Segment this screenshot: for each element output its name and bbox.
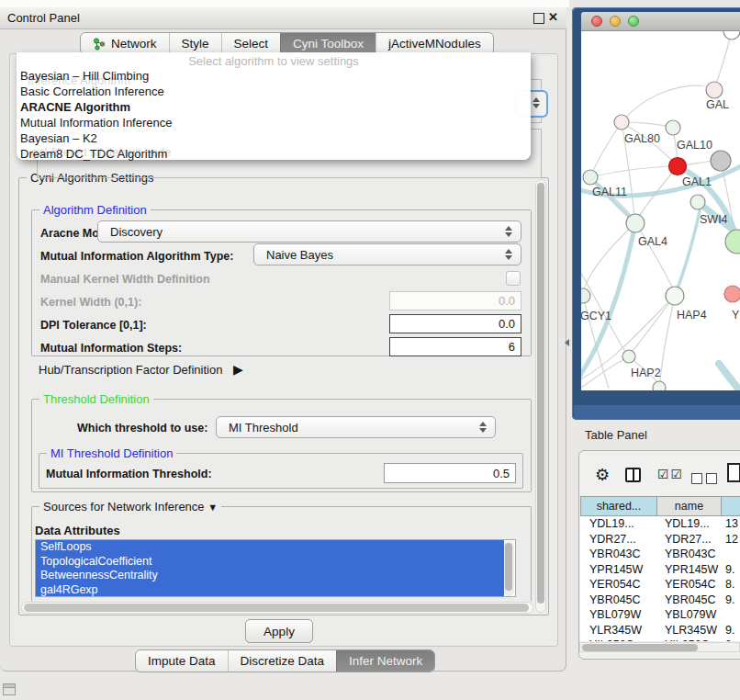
dropdown-item[interactable]: Bayesian – K2 <box>20 130 516 146</box>
column-header-partial[interactable] <box>721 496 740 516</box>
apply-button[interactable]: Apply <box>245 619 313 643</box>
node-gray[interactable] <box>711 151 731 171</box>
node-hap4[interactable] <box>666 287 684 305</box>
table-hscrollbar-thumb[interactable] <box>582 644 698 651</box>
tab-network[interactable]: Network <box>81 33 169 54</box>
dropdown-item[interactable]: Basic Correlation Inference <box>20 84 516 99</box>
tab-impute-data[interactable]: Impute Data <box>136 650 228 672</box>
table-cell[interactable]: YBR043C <box>665 547 722 562</box>
table-cell[interactable]: 13 <box>725 516 740 532</box>
table-cell[interactable]: 8. <box>725 577 740 593</box>
tab-discretize-data[interactable]: Discretize Data <box>228 650 337 672</box>
node-gal80[interactable] <box>614 115 629 130</box>
dropdown-item[interactable]: Bayesian – Hill Climbing <box>20 68 516 84</box>
node-partial-top[interactable] <box>723 31 740 40</box>
table-cell[interactable]: 9. <box>725 593 740 608</box>
tab-select[interactable]: Select <box>221 33 281 54</box>
table-cell[interactable]: YDR27... <box>589 532 656 548</box>
network-canvas[interactable]: GAL GAL80 GAL10 GAL1 GAL11 SWI4 GAL4 GCY… <box>581 31 740 390</box>
table-cell[interactable]: YBL079W <box>589 607 656 623</box>
dropdown-item[interactable]: Dream8 DC_TDC Algorithm <box>20 146 516 162</box>
node-hap2[interactable] <box>622 350 635 363</box>
tab-jactivemnodules[interactable]: jActiveMNodules <box>376 33 493 54</box>
table-cell[interactable]: YBR045C <box>665 593 722 608</box>
mi-steps-input[interactable]: 6 <box>389 337 521 356</box>
list-scrollbar-thumb[interactable] <box>505 543 512 591</box>
settings-hscrollbar-thumb[interactable] <box>24 604 529 612</box>
table-cell[interactable]: YBR043C <box>589 547 656 562</box>
table-cell[interactable]: YBR045C <box>589 593 656 608</box>
table-cell[interactable]: YLR345W <box>589 623 656 638</box>
unchecked-checkboxes-icon[interactable] <box>691 471 721 488</box>
tab-infer-network[interactable]: Infer Network <box>336 650 434 672</box>
table-cell[interactable]: YIL052C <box>589 638 656 641</box>
node-gal11[interactable] <box>583 170 598 185</box>
node-gal10[interactable] <box>666 120 680 135</box>
which-threshold-combo[interactable]: MI Threshold <box>216 416 496 438</box>
tab-style-label: Style <box>182 37 209 51</box>
split-columns-icon[interactable] <box>625 468 641 482</box>
manual-kernel-checkbox[interactable] <box>506 271 521 286</box>
table-cell[interactable]: 9. <box>725 638 740 641</box>
settings-scrollbar-thumb[interactable] <box>537 183 544 604</box>
node-label: Y <box>732 309 740 322</box>
mi-threshold-group-title: MI Threshold Definition <box>47 446 176 460</box>
table-horizontal-scrollbar[interactable] <box>579 642 740 652</box>
node-salmon[interactable] <box>724 286 740 302</box>
table-cell[interactable]: YDL19... <box>589 516 656 532</box>
table-cell[interactable]: YDR27... <box>665 532 722 548</box>
node-gcy1[interactable] <box>581 288 590 303</box>
table-cell[interactable]: YDL19... <box>665 516 722 532</box>
table-cell[interactable]: 9. <box>725 562 740 578</box>
table-cell[interactable]: 9. <box>725 623 740 638</box>
table-cell[interactable]: YER054C <box>665 577 722 593</box>
dropdown-item-selected[interactable]: ARACNE Algorithm <box>20 99 516 115</box>
node-swi4[interactable] <box>690 195 705 209</box>
settings-horizontal-scrollbar[interactable] <box>21 602 533 614</box>
dpi-tolerance-input[interactable]: 0.0 <box>389 314 521 333</box>
mi-threshold-label: Mutual Information Threshold: <box>46 468 212 480</box>
checked-checkboxes-icon[interactable]: ☑☑ <box>657 467 684 481</box>
table-cell[interactable]: YLR345W <box>665 623 722 638</box>
aracne-mode-combo[interactable]: Discovery <box>97 220 521 243</box>
document-icon[interactable] <box>727 463 740 482</box>
close-icon[interactable]: ✕ <box>548 10 558 24</box>
splitter-collapse-icon[interactable] <box>565 339 569 346</box>
table-cell[interactable]: YIL052C <box>665 638 722 641</box>
list-item[interactable]: TopologicalCoefficient <box>36 555 504 570</box>
node-label: GAL <box>706 98 729 111</box>
dropdown-item[interactable]: Mutual Information Inference <box>20 115 516 130</box>
tab-impute-data-label: Impute Data <box>148 654 216 668</box>
list-item[interactable]: SelfLoops <box>36 540 504 555</box>
hub-definition-expander[interactable]: Hub/Transcription Factor Definition ▶ <box>39 362 243 377</box>
sources-group-title-row[interactable]: Sources for Network Inference ▼ <box>39 500 221 514</box>
mi-threshold-input[interactable]: 0.5 <box>384 463 516 483</box>
table-cell[interactable]: 12 <box>725 532 740 548</box>
node-label: GAL1 <box>682 175 712 188</box>
minimize-traffic-light[interactable] <box>610 16 621 27</box>
column-header-name[interactable]: name <box>656 496 722 516</box>
list-item[interactable]: gal4RGexp <box>36 583 504 598</box>
node-bright-green[interactable] <box>725 230 740 254</box>
node-gal1-selected[interactable] <box>669 158 687 175</box>
table-panel-title: Table Panel <box>585 428 647 442</box>
node-gal-pink[interactable] <box>706 82 723 98</box>
tab-style[interactable]: Style <box>169 33 221 54</box>
table-cell[interactable]: YER054C <box>589 577 656 593</box>
close-traffic-light[interactable] <box>591 16 602 27</box>
settings-vertical-scrollbar[interactable] <box>535 179 546 613</box>
node-gal4[interactable] <box>626 214 645 232</box>
column-header-shared-name[interactable]: shared... <box>580 496 657 516</box>
table-cell[interactable]: YPR145W <box>665 562 722 578</box>
node-partial-bottom[interactable] <box>653 381 666 390</box>
float-window-icon[interactable] <box>533 13 544 24</box>
list-vertical-scrollbar[interactable] <box>504 541 514 596</box>
table-cell[interactable]: YBL079W <box>665 607 722 623</box>
zoom-traffic-light[interactable] <box>628 16 639 27</box>
minimized-panel-icon[interactable] <box>3 683 16 695</box>
list-item[interactable]: BetweennessCentrality <box>36 569 504 583</box>
tab-cyni-toolbox[interactable]: Cyni Toolbox <box>280 33 376 54</box>
gear-icon[interactable]: ⚙ <box>595 465 610 485</box>
table-cell[interactable]: YPR145W <box>589 562 656 578</box>
mi-type-combo[interactable]: Naive Bayes <box>253 243 521 265</box>
